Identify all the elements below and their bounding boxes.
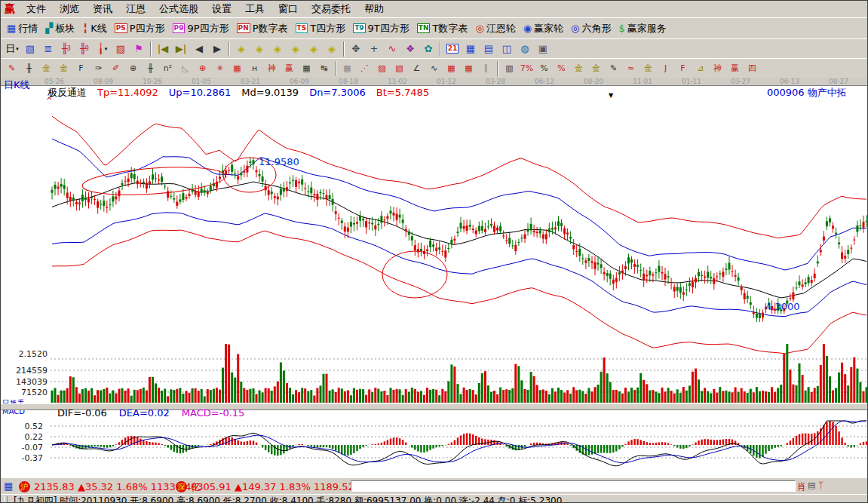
gann-grid-tool[interactable]: ▧	[391, 60, 408, 77]
kline-chart[interactable]	[1, 86, 868, 478]
crosshair-tool[interactable]: +	[365, 41, 383, 57]
shen-angle-tool[interactable]: 神	[709, 60, 726, 77]
compass-tool[interactable]: ⊕	[194, 60, 211, 77]
grid-lines-tool[interactable]: ╫	[20, 60, 38, 77]
diamond-h-expand[interactable]: ◈	[250, 41, 268, 57]
statusbar-grip[interactable]	[4, 496, 8, 503]
red-grid-tool[interactable]: ▦	[443, 60, 460, 77]
bar-ruler-tool[interactable]: ▥	[501, 60, 518, 77]
measure-tool[interactable]: ∿	[383, 41, 401, 57]
diamond-h-shrink[interactable]: ◈	[232, 41, 250, 57]
gann-circle-tool[interactable]: ⊕	[124, 60, 142, 77]
red-box-tool[interactable]: ▦	[460, 60, 477, 77]
pen-ruler-tool[interactable]: ✐	[107, 60, 124, 77]
xiao-icon[interactable]: 肖	[797, 480, 806, 493]
p-digit-table-button[interactable]: PNP数字表	[233, 20, 292, 37]
quote-grid-icon[interactable]: ▦	[4, 480, 13, 492]
prev-bar[interactable]: ◀	[190, 41, 208, 57]
parallel-lines-tool[interactable]: ∥	[477, 60, 495, 77]
jump-first[interactable]: |◀	[154, 41, 172, 57]
menu-资讯[interactable]: 资讯	[86, 2, 119, 15]
calendar-tool[interactable]: 21	[443, 41, 462, 57]
fibonacci-tool[interactable]: F	[72, 60, 90, 77]
menu-浏览[interactable]: 浏览	[53, 2, 86, 15]
spiral-tool[interactable]: ✑	[90, 60, 107, 77]
panel-toggle-icon[interactable]: ▤	[808, 480, 815, 490]
gold-section-h[interactable]: 金	[55, 60, 72, 77]
number-grid-tool[interactable]: ▦	[298, 60, 315, 77]
9p-square-button[interactable]: P99P四方形	[169, 20, 233, 37]
kline-combine-3[interactable]: ╫3	[57, 41, 75, 57]
pattern-box[interactable]: ▨	[112, 41, 130, 57]
gann-box-tool[interactable]: ▨	[373, 60, 391, 77]
hand-tool[interactable]: ✥	[347, 41, 365, 57]
chart-area[interactable]: 日K线 极反通道Tp=11.4092Up=10.2861Md=9.0139Dn=…	[1, 86, 867, 478]
kline-mark-tool[interactable]: ʜ	[246, 60, 263, 77]
network-tool[interactable]: ◍	[516, 41, 534, 57]
win-angle-tool[interactable]: 赢	[726, 60, 744, 77]
winner-wheel-button[interactable]: ◉赢家轮	[520, 20, 567, 37]
f-angle-tool[interactable]: F	[674, 60, 692, 77]
info-panel[interactable]: ≣	[39, 41, 57, 57]
notes-tool[interactable]: ▤	[480, 41, 498, 57]
wave2-tool[interactable]: ≈	[622, 60, 639, 77]
save-tool[interactable]: ◫	[498, 41, 516, 57]
draw-flag[interactable]: ⚑	[130, 41, 148, 57]
quotes-button[interactable]: ▦行情	[3, 20, 41, 37]
wave-shape-tool[interactable]: ✿	[419, 41, 437, 57]
9t-square-button[interactable]: T99T四方形	[349, 20, 413, 37]
diamond-star[interactable]: ◈	[305, 41, 323, 57]
gann-wheel-button[interactable]: ◎江恩轮	[471, 20, 519, 37]
command-input[interactable]	[351, 480, 796, 492]
percent-tool[interactable]: %	[535, 60, 553, 77]
gold-angle-tool[interactable]: 金	[639, 60, 657, 77]
kline-combine-9[interactable]: ╫9	[75, 41, 94, 57]
width-measure-tool[interactable]: ↹	[315, 60, 333, 77]
menu-窗口[interactable]: 窗口	[271, 2, 305, 15]
diamond-cross[interactable]: ◈	[323, 41, 341, 57]
menu-交易委托[interactable]: 交易委托	[305, 2, 357, 15]
menu-设置[interactable]: 设置	[205, 2, 238, 15]
antenna-icon[interactable]: ᛉ	[818, 480, 824, 491]
target-grid-tool[interactable]: ▦	[229, 60, 246, 77]
diamond-shrink[interactable]: ◈	[287, 41, 305, 57]
hexagon-button[interactable]: ◎六角形	[567, 20, 615, 37]
winner-service-button[interactable]: $赢家服务	[615, 20, 670, 37]
print-tool[interactable]: ▣	[534, 41, 552, 57]
calculator-tool[interactable]: ▦	[462, 41, 480, 57]
gann-fan-tool[interactable]: ⋰	[356, 60, 373, 77]
set-square-tool[interactable]: ◺	[176, 60, 194, 77]
t-digit-table-button[interactable]: TNT数字表	[413, 20, 472, 37]
chart-pattern-view[interactable]: ▧	[21, 41, 39, 57]
percent7-tool[interactable]: 7%	[518, 60, 535, 77]
menu-帮助[interactable]: 帮助	[357, 2, 391, 15]
shen-tool[interactable]: 神	[263, 60, 281, 77]
n-square-tool[interactable]: n²	[159, 60, 176, 77]
angle-line-tool[interactable]: ∠	[408, 60, 425, 77]
t-square-button[interactable]: TST四方形	[292, 20, 350, 37]
sectors-button[interactable]: ▞板块	[41, 20, 78, 37]
gold-circle-tool[interactable]: 金	[570, 60, 587, 77]
menu-工具[interactable]: 工具	[238, 2, 271, 15]
gold-line-tool[interactable]: 金	[587, 60, 605, 77]
percent-line-tool[interactable]: %	[553, 60, 570, 77]
menu-公式选股[interactable]: 公式选股	[152, 2, 205, 15]
gann-shape-tool[interactable]: ❖	[401, 41, 419, 57]
gold-section-v[interactable]: 金	[38, 60, 55, 77]
diamond-expand[interactable]: ◈	[268, 41, 287, 57]
kline-view-button[interactable]: ╏K线	[78, 20, 110, 37]
menu-文件[interactable]: 文件	[20, 2, 53, 15]
pen-tool[interactable]: ✎	[3, 60, 20, 77]
win-tool[interactable]: 赢	[281, 60, 298, 77]
starburst-tool[interactable]: ✳	[211, 60, 229, 77]
wave-ruler-tool[interactable]: ∿	[425, 60, 443, 77]
candle-style-dropdown[interactable]: ╽▾	[94, 41, 112, 57]
pen2-tool[interactable]: ✎	[605, 60, 622, 77]
price-grid-tool[interactable]: ▦	[339, 60, 356, 77]
menu-江恩[interactable]: 江恩	[119, 2, 152, 15]
jump-last[interactable]: ▶|	[172, 41, 190, 57]
next-bar[interactable]: ▶	[208, 41, 226, 57]
period-daily-dropdown[interactable]: 日▾	[3, 41, 21, 57]
p-square-button[interactable]: PSP四方形	[111, 20, 169, 37]
gold-angle2-tool[interactable]: ⊿	[692, 60, 709, 77]
